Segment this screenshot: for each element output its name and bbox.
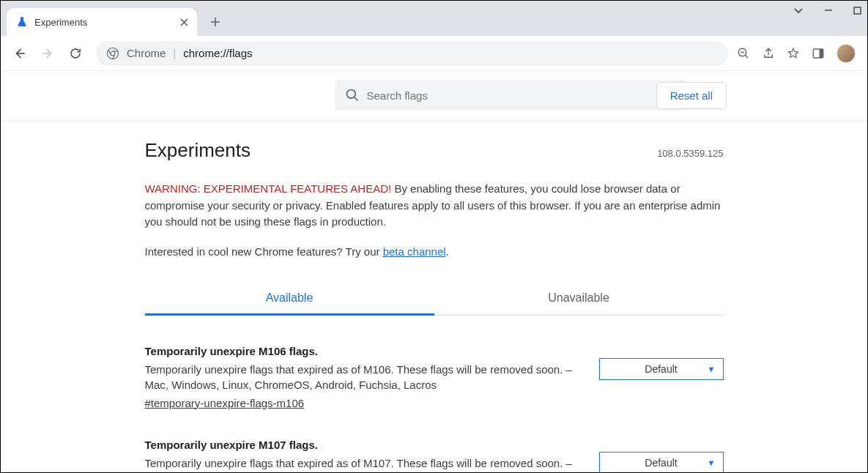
- browser-tab[interactable]: Experiments: [7, 8, 197, 36]
- new-tab-button[interactable]: [204, 11, 226, 33]
- profile-avatar[interactable]: [837, 44, 856, 63]
- version-label: 108.0.5359.125: [657, 148, 723, 159]
- maximize-icon[interactable]: [853, 7, 861, 15]
- zoom-icon[interactable]: [737, 47, 750, 60]
- share-icon[interactable]: [762, 47, 775, 60]
- svg-rect-5: [820, 49, 823, 58]
- bookmark-star-icon[interactable]: [787, 47, 800, 60]
- back-button[interactable]: [8, 42, 31, 65]
- reload-button[interactable]: [64, 42, 87, 65]
- warning-text: WARNING: EXPERIMENTAL FEATURES AHEAD! By…: [145, 181, 724, 231]
- tab-title: Experiments: [34, 17, 174, 28]
- search-icon: [345, 88, 360, 103]
- flag-tabs: Available Unavailable: [145, 283, 724, 316]
- beta-suffix: .: [446, 245, 449, 258]
- flag-title: Temporarily unexpire M106 flags.: [145, 345, 582, 357]
- close-tab-icon[interactable]: [180, 18, 188, 26]
- warning-prefix: WARNING: EXPERIMENTAL FEATURES AHEAD!: [145, 182, 392, 195]
- url-scheme: Chrome: [127, 47, 166, 59]
- address-bar[interactable]: Chrome | chrome://flags: [96, 41, 728, 66]
- sidepanel-icon[interactable]: [812, 47, 825, 60]
- window-controls: [793, 5, 861, 15]
- chevron-down-icon: ▼: [708, 458, 716, 467]
- svg-rect-0: [854, 7, 861, 14]
- flag-dropdown-value: Default: [645, 457, 677, 469]
- page-title: Experiments: [145, 139, 251, 162]
- url-text: chrome://flags: [183, 47, 252, 59]
- url-separator: |: [173, 47, 176, 59]
- svg-point-6: [346, 90, 355, 99]
- tab-available[interactable]: Available: [145, 283, 434, 316]
- flag-dropdown-value: Default: [645, 363, 677, 375]
- beta-channel-link[interactable]: beta channel: [383, 245, 446, 258]
- forward-button[interactable]: [36, 42, 59, 65]
- tab-unavailable[interactable]: Unavailable: [434, 283, 724, 316]
- search-input[interactable]: [367, 89, 676, 102]
- beta-channel-line: Interested in cool new Chrome features? …: [145, 245, 724, 258]
- flask-icon: [15, 15, 29, 29]
- search-box[interactable]: [335, 80, 686, 111]
- beta-intro: Interested in cool new Chrome features? …: [145, 245, 383, 258]
- minimize-icon[interactable]: [824, 6, 833, 15]
- chevron-down-icon: ▼: [708, 365, 716, 373]
- flag-description: Temporarily unexpire flags that expired …: [145, 455, 582, 474]
- page-content: Reset all Experiments 108.0.5359.125 WAR…: [1, 71, 867, 473]
- chrome-icon: [106, 47, 119, 60]
- flag-title: Temporarily unexpire M107 flags.: [145, 439, 582, 451]
- flag-dropdown[interactable]: Default ▼: [599, 358, 724, 380]
- svg-point-1: [108, 48, 119, 59]
- flags-topbar: Reset all: [1, 71, 867, 122]
- flag-item: Temporarily unexpire M107 flags. Tempora…: [145, 439, 724, 474]
- reset-all-button[interactable]: Reset all: [656, 82, 727, 109]
- flag-item: Temporarily unexpire M106 flags. Tempora…: [145, 345, 724, 409]
- toolbar-actions: [737, 44, 860, 63]
- flag-anchor-link[interactable]: #temporary-unexpire-flags-m106: [145, 397, 305, 409]
- chevron-down-icon[interactable]: [793, 5, 804, 15]
- flag-description: Temporarily unexpire flags that expired …: [145, 362, 582, 392]
- browser-toolbar: Chrome | chrome://flags: [1, 36, 867, 71]
- tab-strip: Experiments: [1, 1, 867, 36]
- flag-dropdown[interactable]: Default ▼: [599, 452, 724, 474]
